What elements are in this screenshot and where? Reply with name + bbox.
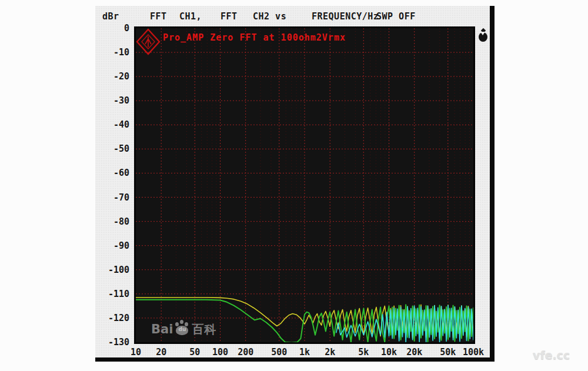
header-sweep-status: SWP OFF bbox=[376, 11, 416, 22]
y-tick-label: -30 bbox=[95, 95, 129, 106]
x-tick-label: 2k bbox=[312, 346, 348, 358]
baidu-watermark-suffix: 百科 bbox=[192, 322, 216, 336]
baidu-watermark-prefix: Bai bbox=[151, 322, 173, 336]
y-tick-label: -60 bbox=[95, 167, 129, 179]
x-tick-label: 20k bbox=[397, 346, 432, 358]
header-fft-ch2-type: FFT bbox=[220, 11, 238, 22]
x-tick-label: 20 bbox=[143, 346, 179, 358]
diamond-logo-icon bbox=[136, 28, 161, 55]
y-tick-label: -40 bbox=[95, 119, 129, 131]
y-tick-label: -10 bbox=[95, 46, 129, 58]
y-tick-label: 0 bbox=[95, 22, 129, 34]
y-tick-label: -70 bbox=[95, 192, 129, 203]
header-fft-ch1-type: FFT bbox=[150, 11, 167, 22]
bomb-marker-icon bbox=[479, 29, 488, 42]
y-tick-label: -20 bbox=[95, 71, 129, 82]
y-tick-label: -50 bbox=[95, 143, 129, 155]
site-watermark: vfe.cc bbox=[533, 349, 570, 362]
y-tick-label: -80 bbox=[95, 216, 129, 228]
x-tick-label: 200 bbox=[228, 346, 263, 358]
y-tick-label: -90 bbox=[95, 240, 129, 252]
baidu-baike-watermark: Bai du 百科 bbox=[151, 319, 216, 336]
fft-trace-canvas bbox=[136, 28, 473, 342]
baidu-paw-du-label: du bbox=[176, 326, 188, 332]
analyzer-panel: dBr FFT CH1, FFT CH2 vs FREQUENCY/Hz SWP… bbox=[95, 6, 495, 362]
fft-plot-area: Pro_AMP Zero FFT at 100ohm2Vrmx Bai du 百… bbox=[134, 26, 475, 344]
y-axis-unit-label: dBr bbox=[102, 11, 119, 22]
x-tick-label: 100k bbox=[456, 346, 491, 358]
baidu-paw-icon: du bbox=[174, 320, 191, 336]
header-ch1-label: CH1, bbox=[179, 11, 202, 22]
plot-title: Pro_AMP Zero FFT at 100ohm2Vrmx bbox=[163, 32, 346, 43]
plot-header: dBr FFT CH1, FFT CH2 vs FREQUENCY/Hz SWP… bbox=[95, 11, 490, 24]
y-tick-label: -110 bbox=[95, 288, 129, 300]
header-x-axis-label: FREQUENCY/Hz bbox=[312, 11, 379, 22]
y-tick-label: -100 bbox=[95, 264, 129, 276]
header-ch2-label: CH2 vs bbox=[253, 11, 286, 22]
y-tick-label: -120 bbox=[95, 312, 129, 324]
